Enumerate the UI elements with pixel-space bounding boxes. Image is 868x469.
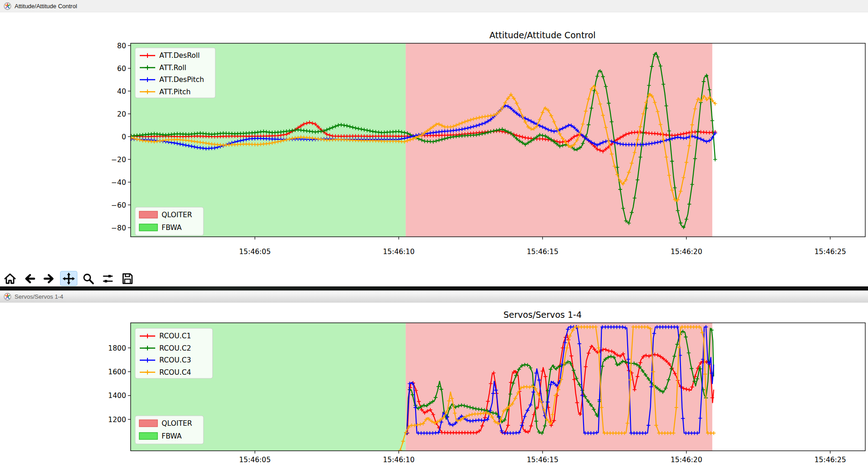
subplots-button[interactable] xyxy=(99,271,117,286)
y-tick-label: 40 xyxy=(117,87,126,96)
window-title: Attitude/Attitude Control xyxy=(15,3,77,10)
attitude-figure: 806040200−20−40−60−8015:46:0515:46:1015:… xyxy=(0,12,868,270)
home-button[interactable] xyxy=(1,271,19,286)
x-tick-label: 15:46:10 xyxy=(383,456,415,464)
attitude-window: Attitude/Attitude Control 806040200−20−4… xyxy=(0,0,868,286)
magnifier-icon xyxy=(81,272,95,285)
back-arrow-icon xyxy=(23,272,36,285)
x-tick-label: 15:46:10 xyxy=(383,248,415,256)
legend-label: RCOU.C1 xyxy=(159,332,191,340)
y-tick-label: 1800 xyxy=(108,344,126,352)
x-tick-label: 15:46:20 xyxy=(670,456,702,464)
back-button[interactable] xyxy=(21,271,38,286)
legend-label: RCOU.C3 xyxy=(159,356,191,364)
matplotlib-icon xyxy=(4,293,11,301)
save-button[interactable] xyxy=(119,271,136,286)
mode-legend-label: QLOITER xyxy=(162,211,192,219)
y-tick-label: 1200 xyxy=(108,416,126,424)
x-tick-label: 15:46:15 xyxy=(527,248,558,256)
y-tick-label: 20 xyxy=(117,110,126,118)
sliders-icon xyxy=(101,272,115,285)
zoom-button[interactable] xyxy=(80,271,97,286)
floppy-disk-icon xyxy=(121,272,134,285)
x-tick-label: 15:46:25 xyxy=(814,456,846,464)
mode-legend: QLOITERFBWA xyxy=(135,207,203,235)
servos-chart[interactable]: 180016001400120015:46:0515:46:1015:46:15… xyxy=(0,303,868,467)
window-title: Servos/Servos 1-4 xyxy=(15,293,63,300)
y-tick-label: 1600 xyxy=(108,368,126,376)
series-legend: RCOU.C1RCOU.C2RCOU.C3RCOU.C4 xyxy=(135,328,213,378)
legend-label: ATT.DesRoll xyxy=(159,51,200,60)
y-tick-label: 0 xyxy=(122,133,126,141)
pan-button[interactable] xyxy=(60,271,77,286)
legend-label: ATT.Roll xyxy=(159,64,186,72)
forward-arrow-icon xyxy=(42,272,56,285)
mode-legend-label: FBWA xyxy=(162,432,182,440)
y-tick-label: −80 xyxy=(111,224,126,232)
mode-legend-label: FBWA xyxy=(162,224,182,232)
x-tick-label: 15:46:05 xyxy=(239,456,271,464)
x-tick-label: 15:46:20 xyxy=(670,248,702,256)
series-legend: ATT.DesRollATT.RollATT.DesPitchATT.Pitch xyxy=(135,48,215,98)
forward-button[interactable] xyxy=(41,271,58,286)
servos-figure: 180016001400120015:46:0515:46:1015:46:15… xyxy=(0,303,868,469)
mpl-toolbar xyxy=(0,270,868,286)
pan-icon xyxy=(62,272,76,285)
servos-titlebar[interactable]: Servos/Servos 1-4 xyxy=(0,291,868,303)
legend-label: RCOU.C4 xyxy=(159,368,191,377)
matplotlib-icon xyxy=(4,2,11,10)
y-tick-label: −40 xyxy=(111,178,126,187)
x-tick-label: 15:46:05 xyxy=(239,248,271,256)
legend-label: RCOU.C2 xyxy=(159,344,191,352)
legend-label: ATT.Pitch xyxy=(159,88,191,96)
y-tick-label: 1400 xyxy=(108,392,126,400)
chart-title: Attitude/Attitude Control xyxy=(489,30,595,40)
mode-legend-label: QLOITER xyxy=(162,419,192,428)
window-edge-separator xyxy=(0,286,868,291)
y-tick-label: −60 xyxy=(111,201,126,209)
attitude-chart[interactable]: 806040200−20−40−60−8015:46:0515:46:1015:… xyxy=(0,12,868,269)
y-tick-label: −20 xyxy=(111,156,126,164)
mode-legend: QLOITERFBWA xyxy=(135,416,203,444)
y-tick-label: 60 xyxy=(117,65,126,73)
x-tick-label: 15:46:25 xyxy=(814,248,846,256)
legend-label: ATT.DesPitch xyxy=(159,76,204,84)
servos-window: Servos/Servos 1-4 180016001400120015:46:… xyxy=(0,291,868,469)
y-tick-label: 80 xyxy=(117,42,126,50)
x-tick-label: 15:46:15 xyxy=(527,456,558,464)
chart-title: Servos/Servos 1-4 xyxy=(503,310,582,320)
home-icon xyxy=(3,272,17,285)
attitude-titlebar[interactable]: Attitude/Attitude Control xyxy=(0,0,868,12)
